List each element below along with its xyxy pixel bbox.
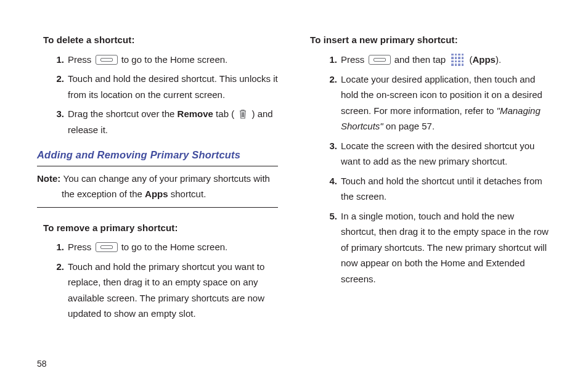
text: shortcut.	[168, 189, 206, 199]
insert-steps: 1. Press and then tap (Apps). 2. Locate …	[310, 52, 551, 287]
page-number: 58	[37, 359, 47, 369]
apps-label: Apps	[145, 189, 168, 199]
left-column: To delete a shortcut: 1. Press to go to …	[37, 32, 278, 392]
text: Touch and hold the primary shortcut you …	[68, 261, 264, 319]
delete-step-1: 1. Press to go to the Home screen.	[37, 52, 278, 68]
home-button-icon	[96, 242, 118, 252]
step-number: 2.	[324, 71, 337, 88]
text: Press	[68, 242, 94, 252]
insert-step-4: 4. Touch and hold the shortcut until it …	[310, 173, 551, 205]
text: ).	[496, 54, 501, 65]
note-block: Note: You can change any of your primary…	[37, 171, 278, 202]
remove-steps: 1. Press to go to the Home screen. 2. To…	[37, 239, 278, 322]
remove-primary-title: To remove a primary shortcut:	[43, 220, 278, 236]
insert-step-2: 2. Locate your desired application, then…	[310, 71, 551, 134]
step-number: 1.	[51, 239, 64, 255]
text: Touch and hold the desired shortcut. Thi…	[68, 73, 278, 100]
remove-step-1: 1. Press to go to the Home screen.	[37, 239, 278, 255]
text: and then tap	[392, 54, 449, 65]
divider	[37, 166, 278, 166]
text: on page 57.	[383, 121, 435, 131]
step-number: 4.	[324, 173, 337, 189]
apps-label: Apps	[472, 54, 496, 65]
delete-shortcut-title: To delete a shortcut:	[43, 32, 278, 48]
step-number: 5.	[324, 208, 337, 224]
section-heading: Adding and Removing Primary Shortcuts	[37, 146, 278, 163]
manual-page: To delete a shortcut: 1. Press to go to …	[0, 0, 588, 392]
text: Locate the screen with the desired short…	[341, 141, 534, 167]
text: Touch and hold the shortcut until it det…	[341, 176, 542, 202]
text: tab (	[213, 108, 237, 119]
text: to go to the Home screen.	[119, 54, 228, 65]
step-number: 3.	[51, 106, 64, 122]
delete-step-3: 3. Drag the shortcut over the Remove tab…	[37, 106, 278, 137]
text: Drag the shortcut over the	[68, 108, 178, 119]
delete-steps: 1. Press to go to the Home screen. 2. To…	[37, 52, 278, 138]
apps-grid-icon	[450, 52, 465, 67]
trash-icon	[239, 108, 247, 120]
note-label: Note:	[37, 173, 63, 184]
text: to go to the Home screen.	[119, 242, 228, 252]
remove-step-2: 2. Touch and hold the primary shortcut y…	[37, 259, 278, 322]
insert-step-1: 1. Press and then tap (Apps).	[310, 52, 551, 68]
insert-primary-title: To insert a new primary shortcut:	[310, 32, 551, 48]
right-column: To insert a new primary shortcut: 1. Pre…	[310, 32, 551, 392]
insert-step-3: 3. Locate the screen with the desired sh…	[310, 138, 551, 169]
divider	[37, 207, 278, 208]
home-button-icon	[96, 55, 118, 65]
text: Press	[341, 54, 367, 65]
step-number: 3.	[324, 138, 337, 154]
step-number: 2.	[51, 71, 64, 87]
delete-step-2: 2. Touch and hold the desired shortcut. …	[37, 71, 278, 102]
remove-label: Remove	[178, 108, 213, 119]
text: Press	[68, 54, 94, 65]
step-number: 1.	[51, 52, 64, 68]
text: In a single motion, touch and hold the n…	[341, 211, 549, 284]
home-button-icon	[369, 55, 391, 65]
step-number: 1.	[324, 52, 337, 68]
step-number: 2.	[51, 259, 64, 275]
insert-step-5: 5. In a single motion, touch and hold th…	[310, 208, 551, 287]
